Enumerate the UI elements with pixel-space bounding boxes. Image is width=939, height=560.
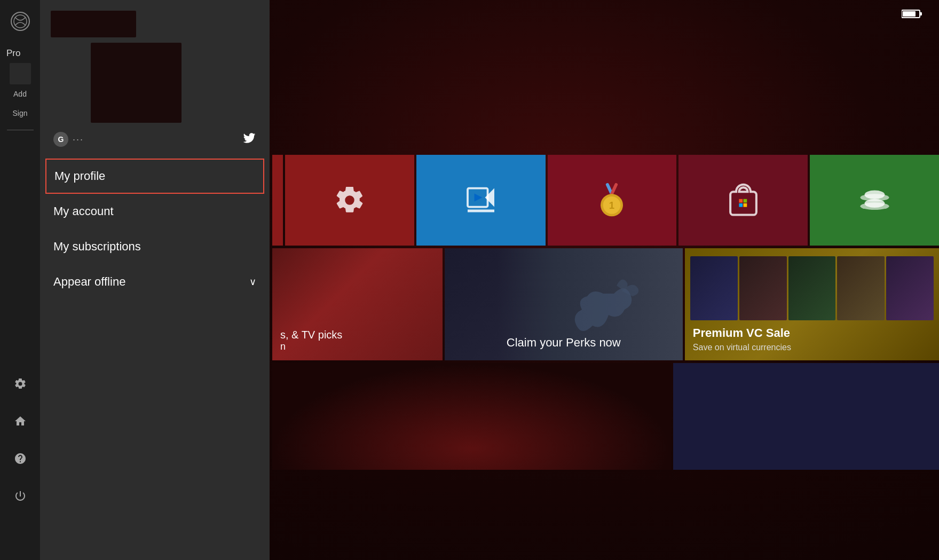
partial-tile [272, 155, 283, 246]
car-tile[interactable] [272, 363, 671, 470]
svg-rect-14 [743, 199, 747, 202]
svg-line-9 [612, 185, 616, 194]
vc-sale-title: Premium VC Sale [693, 326, 791, 340]
appear-offline-menu-item[interactable]: Appear offline ∨ [40, 264, 270, 299]
svg-rect-1 [920, 12, 922, 15]
vc-img-1 [690, 256, 738, 320]
movies-text-sub: n [280, 341, 342, 352]
my-subscriptions-label: My subscriptions [53, 240, 141, 254]
chevron-down-icon: ∨ [249, 276, 256, 288]
extra-tile[interactable] [810, 155, 939, 246]
settings-tile[interactable] [285, 155, 414, 246]
movies-tv-text: s, & TV picks n [280, 329, 342, 352]
empty-tile[interactable] [673, 363, 939, 470]
profile-panel: G ··· My profile My account My subscript… [40, 0, 270, 560]
social-dots: ··· [73, 134, 84, 145]
movies-tv-tile[interactable]: s, & TV picks n [272, 248, 443, 360]
svg-rect-16 [743, 203, 747, 207]
settings-sidebar-icon[interactable] [10, 373, 31, 395]
perks-tile[interactable]: Claim your Perks now [445, 248, 683, 360]
svg-rect-13 [739, 199, 743, 202]
store-tile[interactable] [678, 155, 808, 246]
my-subscriptions-menu-item[interactable]: My subscriptions [40, 229, 270, 264]
perks-text: Claim your Perks now [507, 336, 621, 350]
battery-icon [902, 7, 923, 22]
help-sidebar-icon[interactable] [10, 448, 31, 469]
my-account-menu-item[interactable]: My account [40, 194, 270, 229]
sidebar-divider [7, 130, 34, 130]
sidebar: Pro Add Sign [0, 0, 40, 560]
gamerscore-icon: G [53, 132, 68, 147]
sidebar-avatar [10, 63, 31, 84]
sidebar-add-label: Add [13, 90, 27, 98]
vc-sale-tile[interactable]: Premium VC Sale Save on virtual currenci… [685, 248, 939, 360]
svg-text:1: 1 [609, 200, 614, 211]
movies-text-main: s, & TV picks [280, 329, 342, 341]
vc-img-2 [739, 256, 787, 320]
svg-point-20 [860, 202, 889, 210]
profile-label-partial: Pro [0, 48, 20, 59]
tiles-row2: s, & TV picks n Claim your Perks now [272, 248, 939, 360]
main-content: 1 [272, 0, 939, 560]
vc-img-5 [886, 256, 934, 320]
vc-sale-subtitle: Save on virtual currencies [693, 343, 791, 352]
tiles-row3 [272, 363, 939, 470]
achievements-tile[interactable]: 1 [548, 155, 677, 246]
home-sidebar-icon[interactable] [10, 411, 31, 432]
profile-social-row: G ··· [40, 131, 270, 148]
tiles-row1: 1 [272, 155, 939, 246]
vc-img-3 [788, 256, 836, 320]
svg-rect-15 [739, 203, 743, 207]
profile-menu: My profile My account My subscriptions A… [40, 159, 270, 299]
sidebar-sign-label: Sign [12, 109, 27, 117]
profile-gamertag-image [91, 43, 182, 123]
profile-social-left: G ··· [53, 132, 84, 147]
my-profile-label: My profile [54, 169, 105, 183]
vc-sale-images [690, 256, 934, 320]
svg-rect-2 [903, 11, 916, 17]
power-sidebar-icon[interactable] [10, 485, 31, 507]
video-tile[interactable] [416, 155, 546, 246]
appear-offline-label: Appear offline [53, 275, 125, 289]
svg-marker-6 [485, 188, 494, 207]
my-account-label: My account [53, 204, 114, 218]
svg-marker-7 [474, 194, 482, 202]
twitter-icon[interactable] [242, 131, 256, 148]
vc-img-4 [837, 256, 885, 320]
sidebar-bottom-icons [10, 373, 31, 507]
my-profile-menu-item[interactable]: My profile [45, 159, 264, 194]
top-bar [0, 0, 939, 29]
